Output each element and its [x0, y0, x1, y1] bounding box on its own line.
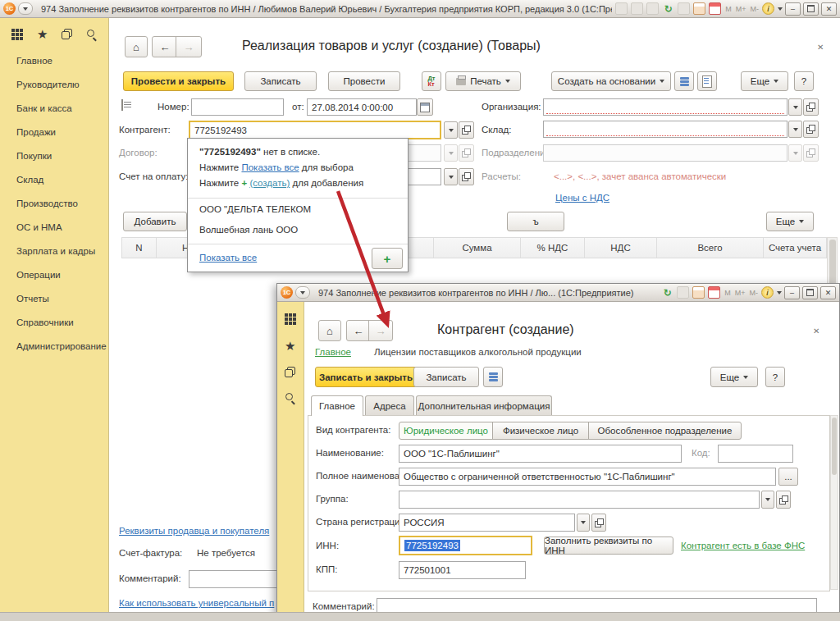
- minimize-button[interactable]: –: [785, 2, 801, 16]
- popup-create-button[interactable]: +: [372, 248, 403, 269]
- save-button[interactable]: Записать: [244, 71, 317, 91]
- overlay-registers-button[interactable]: [483, 367, 503, 387]
- prices-vat-link[interactable]: Цены с НДС: [555, 193, 609, 203]
- inn-input[interactable]: 7725192493: [399, 536, 532, 555]
- close-button[interactable]: ✕: [821, 2, 837, 16]
- info-icon[interactable]: i: [762, 2, 774, 15]
- warehouse-open-button[interactable]: [803, 121, 819, 138]
- main-menu-button[interactable]: [18, 2, 33, 15]
- overlay-close-button[interactable]: ✕: [820, 286, 836, 299]
- overlay-more-button[interactable]: Еще: [710, 367, 758, 387]
- code-input[interactable]: [718, 445, 793, 463]
- division-select-button[interactable]: [788, 144, 802, 162]
- popup-show-all-link[interactable]: Показать все: [199, 253, 257, 263]
- country-input[interactable]: РОССИЯ: [399, 514, 575, 532]
- sidebar-item[interactable]: Производство: [0, 191, 108, 215]
- tab[interactable]: Главное: [311, 395, 363, 416]
- save-and-close-button[interactable]: Записать и закрыть: [315, 367, 417, 387]
- tab[interactable]: Адреса: [365, 395, 414, 415]
- group-open-button[interactable]: [776, 491, 791, 509]
- kpp-input[interactable]: 772501001: [399, 561, 526, 579]
- overlay-maximize-button[interactable]: [802, 286, 818, 299]
- division-open-button[interactable]: [803, 144, 819, 162]
- warehouse-input[interactable]: [543, 121, 788, 138]
- table-column-header[interactable]: НДС: [585, 238, 657, 258]
- nav-licenses-link[interactable]: Лицензии поставщиков алкогольной продукц…: [374, 347, 582, 357]
- table-column-header[interactable]: Счета учета: [764, 238, 826, 258]
- search-icon[interactable]: [86, 29, 97, 39]
- forward-button[interactable]: →: [176, 36, 202, 57]
- calendar-icon[interactable]: [708, 286, 720, 299]
- contract-open-button[interactable]: [459, 144, 474, 162]
- overlay-minimize-button[interactable]: –: [784, 286, 800, 299]
- info-dropdown-icon[interactable]: [778, 7, 783, 11]
- table-column-header[interactable]: Всего: [657, 238, 764, 258]
- country-select-button[interactable]: [577, 514, 590, 532]
- group-select-button[interactable]: [761, 491, 774, 509]
- calculator-icon[interactable]: [692, 286, 705, 299]
- info-icon[interactable]: i: [761, 286, 774, 299]
- hidden-button-fragment[interactable]: ъ: [507, 212, 564, 231]
- sidebar-item[interactable]: Руководителю: [0, 72, 108, 96]
- sidebar-item[interactable]: Отчеты: [0, 286, 108, 310]
- home-button[interactable]: ⌂: [125, 36, 148, 57]
- fullname-input[interactable]: Общество с ограниченной ответственностью…: [399, 468, 776, 486]
- refresh-icon[interactable]: ↻: [661, 287, 673, 298]
- tab[interactable]: Дополнительная информация: [416, 395, 552, 415]
- more-button[interactable]: Еще: [741, 71, 788, 91]
- organization-select-button[interactable]: [788, 98, 802, 116]
- seller-buyer-requisites-link[interactable]: Реквизиты продавца и покупателя: [119, 526, 269, 536]
- counterparty-input[interactable]: 7725192493: [189, 121, 441, 139]
- show-all-hint-link[interactable]: Показать все: [241, 162, 299, 172]
- kind-option[interactable]: Юридическое лицо: [399, 422, 493, 440]
- create-link[interactable]: (создать): [249, 178, 290, 188]
- registers-button[interactable]: [674, 71, 694, 91]
- history-icon[interactable]: [62, 29, 72, 39]
- group-input[interactable]: [399, 491, 760, 509]
- sidebar-item[interactable]: Продажи: [0, 120, 108, 144]
- payment-invoice-select-button[interactable]: [444, 168, 458, 185]
- back-button[interactable]: ←: [152, 36, 178, 57]
- main-menu-button[interactable]: [295, 286, 310, 299]
- menu-grid-icon[interactable]: [285, 313, 296, 325]
- overlay-home-button[interactable]: ⌂: [318, 320, 341, 341]
- warehouse-select-button[interactable]: [788, 121, 802, 138]
- maximize-button[interactable]: [803, 2, 819, 16]
- menu-grid-icon[interactable]: [11, 29, 23, 40]
- overlay-scrollbar[interactable]: [830, 415, 838, 590]
- document-list-icon[interactable]: [121, 99, 123, 111]
- post-and-close-button[interactable]: Провести и закрыть: [123, 71, 234, 91]
- sidebar-item[interactable]: Операции: [0, 263, 108, 286]
- table-more-button[interactable]: Еще: [766, 212, 814, 231]
- kind-option[interactable]: Обособленное подразделение: [588, 422, 742, 440]
- kind-option[interactable]: Физическое лицо: [492, 422, 589, 440]
- table-column-header[interactable]: % НДС: [521, 238, 585, 258]
- overlay-forward-button[interactable]: →: [368, 320, 393, 341]
- counterparty-open-button[interactable]: [459, 121, 474, 139]
- sidebar-item[interactable]: Администрирование: [0, 334, 108, 358]
- overlay-back-button[interactable]: ←: [346, 320, 371, 341]
- refresh-icon[interactable]: ↻: [662, 3, 674, 14]
- table-column-header[interactable]: N: [122, 238, 157, 258]
- doc-comment-input[interactable]: [189, 570, 284, 588]
- favorites-star-icon[interactable]: ★: [37, 28, 48, 40]
- fullname-ellipsis-button[interactable]: ...: [778, 468, 798, 486]
- date-picker-button[interactable]: [417, 98, 433, 116]
- organization-open-button[interactable]: [803, 98, 819, 116]
- info-dropdown-icon[interactable]: [777, 291, 782, 295]
- contract-select-button[interactable]: [444, 144, 458, 162]
- suggestion-item[interactable]: ООО "ДЕЛЬТА ТЕЛЕКОМ: [188, 199, 408, 219]
- sidebar-item[interactable]: Склад: [0, 167, 108, 191]
- country-open-button[interactable]: [591, 514, 606, 532]
- sidebar-item[interactable]: Банк и касса: [0, 96, 108, 120]
- history-icon[interactable]: [285, 367, 295, 377]
- document-journal-button[interactable]: [697, 71, 717, 91]
- organization-input[interactable]: [543, 98, 788, 116]
- favorites-star-icon[interactable]: ★: [285, 340, 304, 352]
- table-column-header[interactable]: Сумма: [434, 238, 521, 258]
- search-icon[interactable]: [285, 392, 295, 403]
- fill-by-inn-button[interactable]: Заполнить реквизиты по ИНН: [544, 537, 673, 555]
- calendar-icon[interactable]: [709, 2, 721, 15]
- overlay-save-button[interactable]: Записать: [413, 367, 479, 387]
- post-button[interactable]: Провести: [328, 71, 400, 91]
